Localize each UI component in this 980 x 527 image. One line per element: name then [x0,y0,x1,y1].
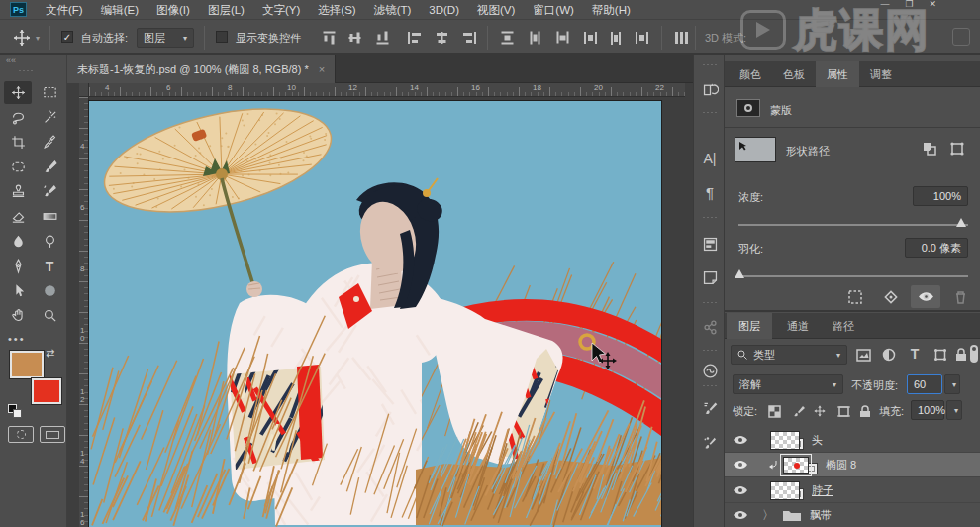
menu-window[interactable]: 窗口(W) [524,0,583,20]
layer-row-ellipse8-selected[interactable]: 椭圆 8 [725,453,980,477]
distribute-bottom-icon[interactable] [554,30,571,46]
swap-colors-icon[interactable]: ⇄ [46,347,54,360]
density-slider-thumb[interactable] [956,218,966,227]
pixel-layer-filter-icon[interactable] [851,345,875,365]
load-selection-icon[interactable] [843,287,867,307]
brushes-panel-icon[interactable] [694,432,726,456]
density-slider[interactable] [738,224,968,226]
adjustment-layer-filter-icon[interactable] [877,345,901,365]
character-panel-icon[interactable]: A| [694,147,726,170]
background-color-swatch[interactable] [32,378,61,404]
align-vertical-center-icon[interactable] [346,30,363,46]
menu-image[interactable]: 图像(I) [147,0,199,20]
distribute-vertical-center-icon[interactable] [527,30,543,46]
fill-caret[interactable]: ▾ [946,400,962,420]
hand-tool[interactable] [4,304,32,327]
visibility-eye-icon[interactable] [733,460,748,470]
notes-panel-icon[interactable] [694,265,726,289]
lock-all-icon[interactable] [855,402,875,420]
tool-preset-caret-icon[interactable]: ▾ [36,34,40,43]
opacity-caret[interactable]: ▾ [944,374,960,394]
brush-tool[interactable] [36,156,63,178]
eraser-tool[interactable] [4,205,32,228]
menu-select[interactable]: 选择(S) [309,0,364,20]
auto-select-checkbox[interactable]: ✓ [61,31,73,43]
move-tool-preset-icon[interactable] [12,28,32,50]
lock-paint-icon[interactable] [788,402,808,420]
layer-row-head[interactable]: 头 [725,428,980,453]
menu-filter[interactable]: 滤镜(T) [365,0,421,20]
distribute-horizontal-center-icon[interactable] [608,30,625,46]
opacity-field[interactable]: 60 [907,374,942,394]
libraries-share-icon[interactable] [694,315,726,339]
ellipse-shape-tool[interactable] [36,279,63,302]
history-panel-icon[interactable] [694,77,726,101]
visibility-eye-icon[interactable] [733,510,748,520]
default-colors-icon-bg[interactable] [13,409,22,418]
auto-select-target-dropdown[interactable]: 图层▾ [137,28,194,48]
lasso-tool[interactable] [4,106,32,129]
add-shape-icon[interactable] [919,139,940,158]
foreground-color-swatch[interactable] [10,351,44,378]
lock-transparent-icon[interactable] [764,402,784,420]
layer-name[interactable]: 飘带 [810,508,832,523]
history-brush-tool[interactable] [36,180,63,203]
align-right-icon[interactable] [461,30,478,46]
brush-settings-panel-icon[interactable] [694,396,726,420]
feather-field[interactable]: 0.0 像素 [905,238,968,258]
document-tab[interactable]: 未标题-1-恢复的.psd @ 100% (椭圆 8, RGB/8) * × [67,55,336,83]
vector-mask-icon[interactable] [946,139,968,158]
layer-row-ribbon-group[interactable]: 〉 飘带 [725,503,980,527]
layer-row-neck[interactable]: 脖子 [725,478,980,503]
align-left-icon[interactable] [406,30,423,46]
density-field[interactable]: 100% [913,186,968,206]
clone-stamp-tool[interactable] [4,180,32,203]
menu-help[interactable]: 帮助(H) [583,0,639,20]
restore-button[interactable]: ❐ [905,0,913,9]
quick-mask-icon[interactable] [8,426,34,443]
visibility-eye-icon[interactable] [733,435,748,445]
group-expand-arrow-icon[interactable]: 〉 [762,507,774,524]
workspace-icon[interactable] [952,28,970,46]
feather-slider-thumb[interactable] [735,269,744,278]
align-bottom-icon[interactable] [374,30,391,46]
invert-mask-icon[interactable] [879,287,903,307]
menu-layer[interactable]: 图层(L) [199,0,253,20]
rectangular-marquee-tool[interactable] [36,81,63,104]
show-transform-checkbox[interactable] [216,31,228,43]
smart-object-filter-icon[interactable] [952,345,970,365]
canvas[interactable] [89,101,661,527]
menu-type[interactable]: 文字(Y) [253,0,309,20]
close-button[interactable]: ✕ [929,0,936,9]
layer-filter-dropdown[interactable]: 类型▾ [731,345,847,365]
type-layer-filter-icon[interactable]: T [903,343,927,365]
menu-3d[interactable]: 3D(D) [420,0,468,20]
tab-adjustments[interactable]: 调整 [859,61,903,87]
tab-channels[interactable]: 通道 [776,313,820,339]
layer-thumbnail[interactable] [770,481,800,500]
shape-path-thumbnail[interactable] [735,137,776,162]
feather-slider[interactable] [738,275,968,277]
distribute-right-icon[interactable] [634,30,650,46]
eyedropper-tool[interactable] [36,131,63,154]
mask-visibility-icon[interactable] [911,285,940,308]
crop-tool[interactable] [4,131,32,154]
menu-view[interactable]: 视图(V) [468,0,524,20]
distribute-left-icon[interactable] [582,30,599,46]
blur-tool[interactable] [4,230,32,253]
layer-name[interactable]: 脖子 [812,483,833,498]
collapse-toolbar-icon[interactable]: «« [6,55,16,65]
tab-swatches[interactable]: 色板 [772,61,816,87]
paragraph-panel-icon[interactable]: ¶ [694,180,726,204]
shape-layer-filter-icon[interactable] [929,345,952,365]
lock-position-icon[interactable] [810,402,830,420]
distribute-spacing-icon[interactable] [673,30,690,46]
fill-field[interactable]: 100% [911,400,944,420]
zoom-tool[interactable] [36,304,63,327]
creative-cloud-icon[interactable] [694,359,726,382]
gradient-tool[interactable] [36,205,63,228]
visibility-eye-icon[interactable] [733,485,748,495]
layer-name[interactable]: 椭圆 8 [826,458,856,473]
dodge-tool[interactable] [36,230,63,253]
layer-thumbnail[interactable] [783,457,809,474]
